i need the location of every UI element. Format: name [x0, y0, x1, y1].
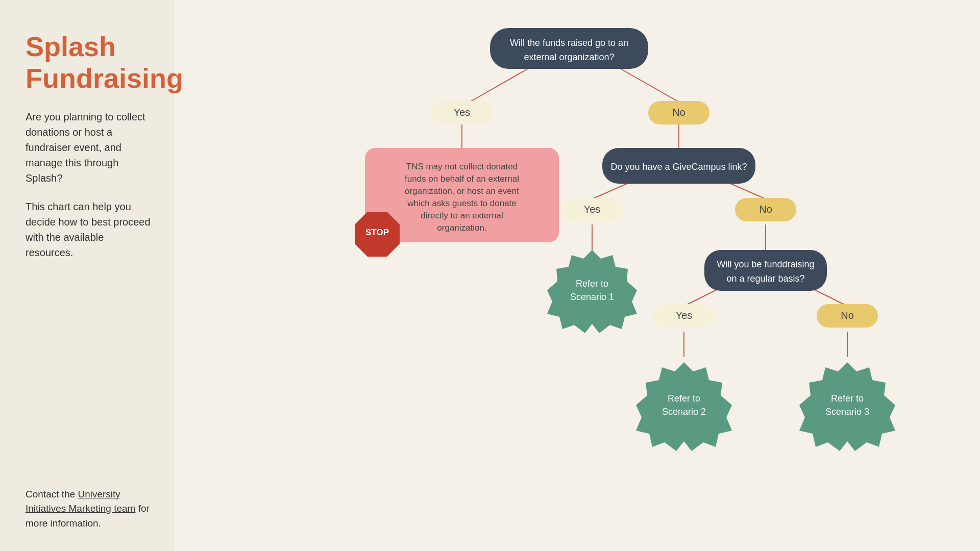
scenario2-text-2: Scenario 2	[662, 407, 706, 417]
connector-q2-no2	[725, 181, 766, 199]
scenario2-node: Refer to Scenario 2	[636, 362, 732, 451]
stop-text-2: funds on behalf of an external	[405, 174, 519, 184]
q1-node	[490, 28, 648, 69]
contact-info: Contact the University Initiatives Marke…	[26, 487, 153, 531]
contact-prefix: Contact the	[26, 489, 78, 499]
scenario2-text-1: Refer to	[668, 393, 700, 404]
chart-panel: Will the funds raised go to an external …	[174, 0, 980, 551]
q1-text-line1: Will the funds raised go to an	[510, 38, 628, 48]
yes3-label: Yes	[676, 310, 693, 321]
yes2-label: Yes	[584, 204, 601, 215]
q3-text-1: Will you be funddraising	[717, 259, 814, 269]
scenario3-text-2: Scenario 3	[825, 407, 869, 417]
stop-text-5: directly to an external	[421, 211, 503, 220]
q1-text-line2: external organization?	[524, 52, 614, 62]
connector-q2-yes2	[592, 181, 633, 199]
no1-label: No	[672, 107, 685, 118]
yes1-label: Yes	[454, 107, 471, 118]
flowchart-svg: Will the funds raised go to an external …	[174, 0, 980, 551]
stop-sign-text: STOP	[365, 228, 389, 237]
q3-text-2: on a regular basis?	[726, 273, 804, 284]
scenario3-text-1: Refer to	[831, 393, 864, 404]
q3-node	[704, 250, 827, 291]
stop-text-1: TNS may not collect donated	[406, 162, 518, 171]
stop-text-3: organization, or host an event	[405, 186, 519, 196]
title-line2: Fundraising	[26, 63, 183, 93]
title-line1: Splash	[26, 31, 116, 62]
scenario1-text-1: Refer to	[576, 279, 608, 289]
page-title: Splash Fundraising	[26, 31, 153, 94]
no2-label: No	[759, 204, 772, 215]
scenario3-node: Refer to Scenario 3	[799, 362, 895, 451]
q2-text: Do you have a GiveCampus link?	[610, 162, 747, 172]
stop-text-4: which asks guests to donate	[407, 198, 517, 208]
left-panel: Splash Fundraising Are you planning to c…	[0, 0, 174, 551]
description-2: This chart can help you decide how to be…	[26, 199, 153, 260]
scenario1-node: Refer to Scenario 1	[547, 250, 637, 333]
description-1: Are you planning to collect donations or…	[26, 109, 153, 186]
stop-text-6: organization.	[437, 223, 486, 233]
scenario1-text-2: Scenario 1	[570, 292, 614, 302]
left-top: Splash Fundraising Are you planning to c…	[26, 31, 153, 273]
no3-label: No	[841, 310, 854, 321]
